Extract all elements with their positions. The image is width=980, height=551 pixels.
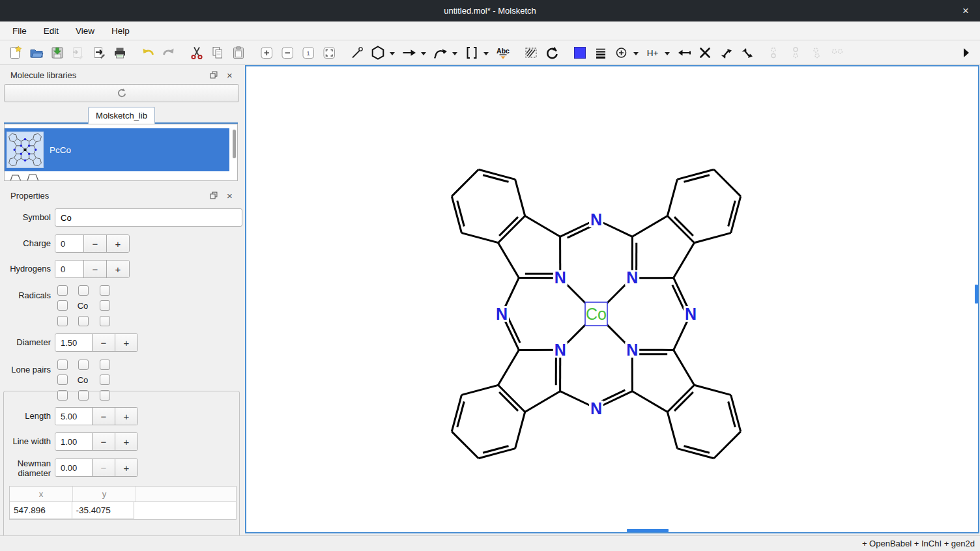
- hydrogens-increment-button[interactable]: +: [106, 261, 129, 277]
- atom-N[interactable]: N: [590, 210, 602, 229]
- toolbar-reaction-arrow-tool-button[interactable]: [399, 43, 420, 63]
- charge-value[interactable]: 0: [55, 235, 83, 252]
- coords-header-x[interactable]: x: [10, 487, 73, 502]
- line-width-value[interactable]: 1.00: [55, 433, 92, 450]
- toolbar-charge-tool-button[interactable]: [611, 43, 632, 63]
- toolbar-color-swatch-button[interactable]: [569, 43, 590, 63]
- toolbar-text-tool-button[interactable]: Abc: [493, 43, 513, 63]
- toolbar-toolbar-expand-button[interactable]: [955, 43, 976, 63]
- window-titlebar[interactable]: untitled.mol* - Molsketch ×: [0, 0, 980, 21]
- hydrogen-tool-dropdown-arrow-icon[interactable]: [665, 52, 670, 55]
- line-width-increment-button[interactable]: +: [115, 433, 137, 450]
- toolbar-mechanics-tool-2-button[interactable]: [736, 43, 757, 63]
- toolbar-paste-button[interactable]: [228, 43, 249, 63]
- toolbar-ring-tool-button[interactable]: [368, 43, 388, 63]
- symbol-input[interactable]: [55, 208, 242, 227]
- toolbar-implicit-hydrogen-tool-button[interactable]: [674, 43, 695, 63]
- libraries-close-icon[interactable]: ×: [224, 70, 235, 80]
- radical-checkbox-r0c0[interactable]: [57, 285, 68, 296]
- toolbar-selection-tool-button[interactable]: [521, 43, 541, 63]
- lone-pair-checkbox-r0c2[interactable]: [100, 360, 110, 370]
- lone-pair-checkbox-r0c0[interactable]: [57, 360, 68, 370]
- toolbar-open-file-button[interactable]: [26, 43, 47, 63]
- horizontal-scrollbar-thumb[interactable]: [627, 529, 669, 532]
- length-value[interactable]: 5.00: [55, 408, 92, 425]
- diameter-decrement-button[interactable]: −: [92, 334, 115, 351]
- newman-diameter-increment-button[interactable]: +: [115, 459, 137, 476]
- atom-N[interactable]: N: [590, 399, 602, 417]
- properties-close-icon[interactable]: ×: [224, 191, 235, 201]
- menu-view[interactable]: View: [68, 24, 102, 38]
- bracket-tool-dropdown-arrow-icon[interactable]: [483, 52, 489, 55]
- toolbar-export-button[interactable]: [89, 43, 109, 63]
- drawing-canvas[interactable]: NNNNNNNNCo: [245, 65, 979, 533]
- toolbar-zoom-in-button[interactable]: [256, 43, 277, 63]
- toolbar-bracket-tool-button[interactable]: [461, 43, 482, 63]
- hydrogens-value[interactable]: 0: [55, 261, 83, 277]
- toolbar-line-width-button[interactable]: [590, 43, 611, 63]
- atom-N[interactable]: N: [496, 305, 508, 323]
- toolbar-cut-button[interactable]: [186, 43, 207, 63]
- toolbar-mechanism-arrow-tool-button[interactable]: [430, 43, 451, 63]
- hydrogens-decrement-button[interactable]: −: [83, 261, 106, 277]
- radical-checkbox-r2c1[interactable]: [78, 316, 89, 326]
- toolbar-draw-tool-button[interactable]: [347, 43, 368, 63]
- coord-x-cell[interactable]: 547.896: [10, 502, 72, 518]
- toolbar-zoom-out-button[interactable]: [277, 43, 298, 63]
- radical-checkbox-r1c0[interactable]: [57, 300, 68, 311]
- atom-N[interactable]: N: [555, 268, 566, 287]
- radical-checkbox-r2c0[interactable]: [57, 316, 68, 326]
- window-close-button[interactable]: ×: [957, 0, 975, 21]
- diameter-increment-button[interactable]: +: [115, 334, 137, 351]
- lone-pair-checkbox-r2c0[interactable]: [57, 390, 68, 401]
- charge-decrement-button[interactable]: −: [83, 235, 106, 252]
- radical-checkbox-r1c2[interactable]: [100, 300, 110, 311]
- atom-N[interactable]: N: [685, 305, 697, 323]
- lone-pair-checkbox-r2c2[interactable]: [100, 390, 110, 401]
- menu-file[interactable]: File: [5, 24, 34, 38]
- menu-help[interactable]: Help: [104, 24, 137, 38]
- radical-checkbox-r0c2[interactable]: [100, 285, 110, 296]
- radical-checkbox-r2c2[interactable]: [100, 316, 110, 326]
- length-decrement-button[interactable]: −: [92, 408, 115, 425]
- library-list[interactable]: PcCo: [4, 124, 238, 181]
- coord-y-cell[interactable]: -35.4075: [72, 502, 135, 518]
- lone-pair-checkbox-r1c2[interactable]: [100, 374, 110, 385]
- atom-N[interactable]: N: [626, 341, 638, 359]
- charge-increment-button[interactable]: +: [106, 235, 129, 252]
- mechanism-arrow-tool-dropdown-arrow-icon[interactable]: [452, 52, 457, 55]
- library-item-pcco[interactable]: PcCo: [5, 128, 229, 171]
- toolbar-print-button[interactable]: [109, 43, 130, 63]
- lone-pair-checkbox-r2c1[interactable]: [78, 390, 89, 401]
- library-refresh-button[interactable]: [4, 84, 239, 102]
- charge-tool-dropdown-arrow-icon[interactable]: [633, 52, 639, 55]
- tab-molsketch-lib[interactable]: Molsketch_lib: [88, 107, 155, 124]
- molecule-canvas[interactable]: NNNNNNNNCo: [246, 66, 978, 532]
- ring-tool-dropdown-arrow-icon[interactable]: [390, 52, 395, 55]
- atom-N[interactable]: N: [626, 268, 638, 287]
- toolbar-zoom-fit-button[interactable]: [319, 43, 339, 63]
- toolbar-mechanics-tool-1-button[interactable]: [715, 43, 736, 63]
- coords-header-y[interactable]: y: [73, 487, 136, 502]
- toolbar-zoom-original-button[interactable]: 1: [298, 43, 319, 63]
- toolbar-save-button[interactable]: [47, 43, 68, 63]
- line-width-decrement-button[interactable]: −: [92, 433, 115, 450]
- reaction-arrow-tool-dropdown-arrow-icon[interactable]: [421, 52, 426, 55]
- menu-edit[interactable]: Edit: [36, 24, 66, 38]
- toolbar-delete-tool-button[interactable]: [695, 43, 715, 63]
- toolbar-hydrogen-tool-button[interactable]: H+: [642, 43, 663, 63]
- lone-pair-checkbox-r0c1[interactable]: [78, 360, 89, 370]
- library-item-next-partial[interactable]: [7, 171, 44, 181]
- atom-N[interactable]: N: [555, 341, 566, 359]
- atom-Co[interactable]: Co: [586, 305, 607, 323]
- toolbar-copy-button[interactable]: [207, 43, 228, 63]
- vertical-scrollbar-thumb[interactable]: [975, 285, 978, 304]
- newman-diameter-value[interactable]: 0.00: [55, 459, 92, 476]
- diameter-value[interactable]: 1.50: [55, 334, 92, 351]
- toolbar-new-file-button[interactable]: [5, 43, 26, 63]
- toolbar-rotate-tool-button[interactable]: [541, 43, 562, 63]
- toolbar-redo-button[interactable]: [158, 43, 179, 63]
- lone-pair-checkbox-r1c0[interactable]: [57, 374, 68, 385]
- properties-float-icon[interactable]: [208, 191, 219, 201]
- toolbar-undo-button[interactable]: [137, 43, 158, 63]
